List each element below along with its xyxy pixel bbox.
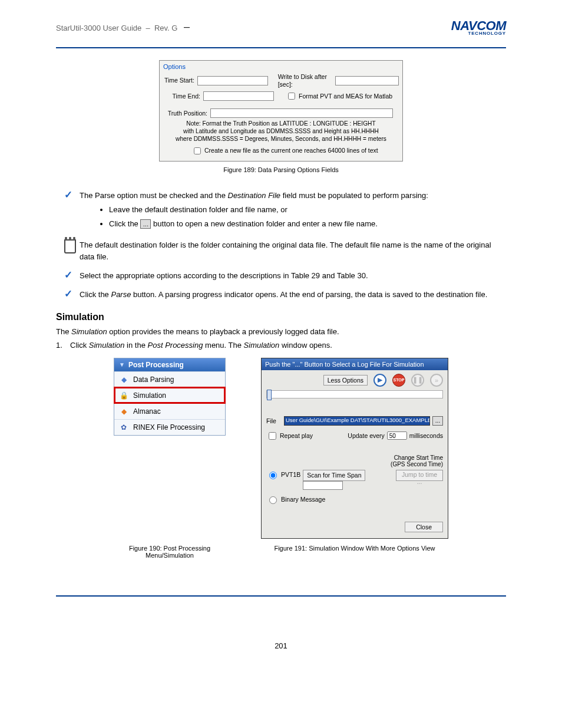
time-end-input[interactable] xyxy=(203,91,274,101)
book-icon: ◆ xyxy=(119,407,128,416)
check-item-1: The Parse option must be checked and the… xyxy=(80,190,428,232)
pp-item-rinex[interactable]: ✿ RINEX File Processing xyxy=(114,419,225,435)
options-title: Options xyxy=(163,63,399,71)
sim-window-title: Push the "..." Button to Select a Log Fi… xyxy=(262,358,448,370)
pp-item-label: Almanac xyxy=(133,407,161,416)
progress-bar[interactable] xyxy=(266,390,443,398)
skip-button[interactable]: » xyxy=(430,374,443,387)
time-start-label: Time Start: xyxy=(163,77,197,84)
update-every-label: Update every xyxy=(348,432,384,439)
format-matlab-checkbox[interactable] xyxy=(288,93,295,100)
dash-mark: – xyxy=(184,21,190,33)
repeat-play-label: Repeat play xyxy=(280,432,313,439)
check-item-2: Select the appropriate options according… xyxy=(80,270,368,282)
pp-item-almanac[interactable]: ◆ Almanac xyxy=(114,403,225,419)
binary-message-radio[interactable] xyxy=(269,496,277,504)
options-panel-figure: Options Time Start: Write to Disk after … xyxy=(159,60,403,162)
less-options-button[interactable]: Less Options xyxy=(323,375,368,386)
pvt1b-radio[interactable] xyxy=(269,472,277,479)
jump-to-time-button[interactable]: Jump to time ... xyxy=(396,470,443,481)
scan-time-span-button[interactable]: Scan for Time Span xyxy=(303,470,365,481)
time-end-label: Time End: xyxy=(163,93,203,100)
figure-190-caption: Figure 190: Post Processing Menu/Simulat… xyxy=(114,545,226,559)
truth-position-label: Truth Position: xyxy=(163,110,210,117)
simulation-window-figure: Push the "..." Button to Select a Log Fi… xyxy=(261,358,448,539)
pause-button[interactable]: ❚❚ xyxy=(411,374,424,387)
write-disk-input[interactable] xyxy=(335,76,399,85)
sub-bullet-2: Click the … button to open a new destina… xyxy=(109,218,428,230)
check-icon: ✓ xyxy=(64,270,80,280)
change-start-time-label: Change Start Time (GPS Second Time) xyxy=(266,454,443,467)
pp-menu-header[interactable]: ▼ Post Processing xyxy=(114,358,225,371)
truth-note: Note: Format the Truth Position as LATIT… xyxy=(163,120,399,143)
create-new-file-label: Create a new file as the current one rea… xyxy=(204,147,378,154)
pp-item-simulation[interactable]: 🔒 Simulation xyxy=(114,387,225,403)
figure-191-caption: Figure 191: Simulation Window With More … xyxy=(261,545,448,559)
chevron-down-icon: ▼ xyxy=(119,361,125,368)
repeat-play-checkbox[interactable] xyxy=(269,432,276,440)
write-disk-label: Write to Disk after [sec]: xyxy=(278,73,333,88)
simulation-intro: The Simulation option provides the means… xyxy=(56,327,506,336)
post-processing-menu-figure: ▼ Post Processing ◆ Data Parsing 🔒 Simul… xyxy=(114,358,226,436)
scan-result-field xyxy=(303,481,343,490)
time-start-input[interactable] xyxy=(197,76,268,85)
gear-icon: ✿ xyxy=(119,423,128,432)
simulation-heading: Simulation xyxy=(56,312,506,322)
close-button[interactable]: Close xyxy=(405,522,443,532)
check-item-3: Click the Parse button. A parsing progre… xyxy=(80,289,487,301)
stop-button[interactable]: STOP xyxy=(392,374,405,387)
update-every-input[interactable] xyxy=(387,431,407,440)
ms-label: milliseconds xyxy=(409,432,443,439)
browse-button[interactable]: ... xyxy=(432,416,443,426)
pp-item-data-parsing[interactable]: ◆ Data Parsing xyxy=(114,371,225,387)
pp-item-label: RINEX File Processing xyxy=(133,423,205,431)
play-button[interactable]: ▶ xyxy=(373,374,386,387)
page-number: 201 xyxy=(56,641,506,650)
pp-item-label: Simulation xyxy=(133,391,166,400)
check-icon: ✓ xyxy=(64,190,80,200)
note-item: The default destination folder is the fo… xyxy=(80,239,506,263)
file-path-input[interactable]: User Guide\GUI\Example DAT\STARUTIL3000_… xyxy=(284,416,430,426)
format-matlab-label: Format PVT and MEAS for Matlab xyxy=(299,93,392,100)
rev-text: Rev. G xyxy=(154,24,178,32)
check-icon: ✓ xyxy=(64,289,80,299)
pvt1b-label: PVT1B xyxy=(281,471,300,478)
step-text: Click Simulation in the Post Processing … xyxy=(70,341,332,350)
notepad-icon xyxy=(64,239,80,257)
sub-bullet-1: Leave the default destination folder and… xyxy=(109,204,428,216)
binary-message-label: Binary Message xyxy=(281,496,325,503)
brand-logo: NAVCOM TECHNOLOGY xyxy=(451,21,506,36)
step-number: 1. xyxy=(56,341,70,350)
cube-icon: ◆ xyxy=(119,375,128,384)
truth-position-input[interactable] xyxy=(210,108,393,118)
file-label: File xyxy=(266,417,282,424)
create-new-file-checkbox[interactable] xyxy=(194,147,201,154)
lock-icon: 🔒 xyxy=(119,391,128,400)
browse-inline-icon: … xyxy=(140,219,151,229)
pp-item-label: Data Parsing xyxy=(133,375,174,384)
figure-189-caption: Figure 189: Data Parsing Options Fields xyxy=(56,166,506,173)
doc-title: StarUtil-3000 User Guide xyxy=(56,24,141,32)
